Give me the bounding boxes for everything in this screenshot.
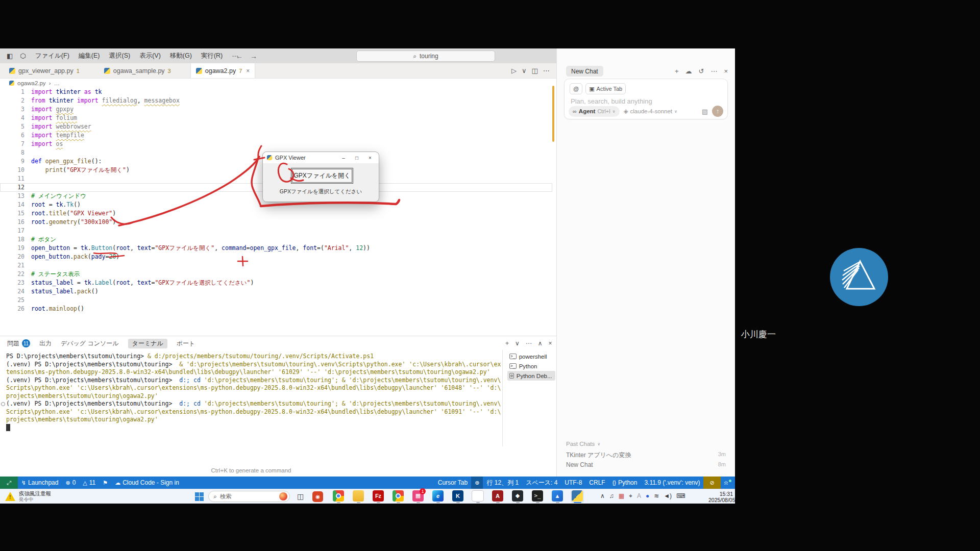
filezilla-icon[interactable]: Fz [372,490,385,503]
menu-item-2[interactable]: 選択(S) [104,48,135,63]
screencast-zoom-chip[interactable]: ⊕ [471,477,483,489]
terminal-entry-Python[interactable]: >_Python [507,361,555,371]
history-icon[interactable]: ↺ [699,67,704,75]
language-item[interactable]: {}Python [609,477,641,489]
model-selector[interactable]: ◈ claude-4-sonnet ∨ [624,108,677,115]
editor-tab-ogawa_sample.py[interactable]: ogawa_sample.py3 [99,63,176,78]
flag-icon[interactable]: ⚑ [99,477,111,489]
maximize-panel-button[interactable]: ∧ [538,340,543,347]
m365-icon[interactable]: ▦1 [411,490,425,503]
menu-item-3[interactable]: 表示(V) [135,48,165,63]
tray-copilot-icon[interactable]: ● [646,492,649,499]
agent-mode-pill[interactable]: ∞ Agent Ctrl+I ∨ [569,106,620,117]
tray-keyboard-icon[interactable]: ⌨ [676,492,685,499]
task-view-icon[interactable]: ◫ [297,492,304,500]
menu-item-1[interactable]: 編集(E) [74,48,105,63]
run-python-file-button[interactable]: ▷ [511,67,517,74]
remote-indicator[interactable]: ⤢ [0,477,18,489]
encoding-item[interactable]: UTF-8 [561,477,585,489]
tab-close-icon[interactable]: × [246,67,250,74]
chat-input-placeholder[interactable]: Plan, search, build anything [571,97,652,105]
breadcrumb-file[interactable]: ogawa2.py [17,80,46,86]
do-not-disturb-chip[interactable]: ⊘ [703,477,720,489]
editor-tab-ogawa2.py[interactable]: ogawa2.py7× [190,63,256,78]
tray-expand-icon[interactable]: ∧ [600,492,605,499]
gpx-maximize-button[interactable]: □ [350,152,363,163]
cloud-icon[interactable]: ☁ [685,67,692,75]
chat-more-actions[interactable]: ⋯ [710,67,717,75]
code-editor[interactable]: 1import tkinter as tk2from tkinter impor… [0,88,552,336]
menu-item-5[interactable]: 実行(R) [197,48,227,63]
keepass-icon[interactable]: K [451,490,464,503]
photos-icon[interactable]: ▲ [551,490,564,503]
search-highlight-image[interactable] [279,492,287,500]
command-center-search[interactable]: ⌕ touring [356,51,495,62]
chat-input-card[interactable]: @ ▣ Active Tab Plan, search, build anyth… [564,79,728,119]
tray-wifi-icon[interactable]: ≋ [654,492,659,499]
interpreter-item[interactable]: 3.11.9 ('.venv': venv) [641,477,703,489]
cursor-tab-item[interactable]: Cursor Tab [434,477,471,489]
acrobat-icon[interactable]: A [491,490,504,503]
browser-icon[interactable] [391,490,405,503]
run-dropdown-icon[interactable]: ∨ [522,67,527,74]
gpx-viewer-window[interactable]: GPX Viewer –□× GPXファイルを開く GPXファイルを選択してくだ… [262,152,379,202]
taskbar-weather-widget[interactable]: ! 疾強風注意報 発令中 [5,490,51,502]
sidebar-toggle-icon[interactable]: ◧ [4,52,15,60]
taskbar-clock[interactable]: 15:31 2025/08/05 [708,491,733,503]
mention-chip[interactable]: @ [570,83,582,94]
attach-image-icon[interactable]: ▧ [702,108,708,115]
panel-more-actions[interactable]: ⋯ [526,340,532,347]
past-chats-header[interactable]: Past Chats ∨ [566,441,600,447]
taskbar-search-box[interactable]: ⌕ 検索 [208,491,290,502]
github-desktop-icon[interactable]: ◆ [511,490,524,503]
menu-item-0[interactable]: ファイル(F) [31,48,74,63]
notepad-icon[interactable]: ✎ [471,490,484,503]
nav-forward-icon[interactable]: → [250,52,257,60]
breadcrumb-more[interactable]: … [54,80,60,86]
split-editor-icon[interactable]: ◫ [532,67,538,74]
past-chat-item[interactable]: TKinter アプリへの変換3m [566,451,726,460]
tray-mic-icon[interactable]: ⌖ [629,492,632,499]
gpx-minimize-button[interactable]: – [337,152,350,163]
tray-media-icon[interactable]: ♫ [609,492,614,499]
notifications-bell-icon[interactable]: ⍾ [721,477,735,489]
send-button[interactable]: ↑ [712,106,723,117]
new-chat-button[interactable]: + [675,67,679,75]
tray-ime-a-icon[interactable]: A [637,492,641,499]
terminal-output[interactable]: PS D:\projects\members\tsutomu\touring> … [6,336,499,477]
errors-item[interactable]: ⊗0 [62,477,79,489]
search-icon: ⌕ [413,53,416,60]
edge-icon[interactable]: e [431,490,445,503]
pinned-red-app-icon[interactable]: ◉ [312,491,323,502]
breadcrumb[interactable]: ogawa2.py › … [9,78,60,88]
file-explorer-icon[interactable] [352,490,365,503]
terminal-entry-powershell[interactable]: >_powershell [507,352,555,361]
cursor-position-item[interactable]: 行 12、列 1 [483,477,522,489]
indentation-item[interactable]: スペース: 4 [522,477,561,489]
launchpad-item[interactable]: ↯Launchpad [18,477,62,489]
eol-item[interactable]: CRLF [585,477,608,489]
python-app-icon[interactable] [571,490,584,503]
terminal-app-icon[interactable]: >_ [531,490,544,503]
terminal-entry-Python Deb...[interactable]: ⚙Python Deb... [507,371,555,381]
editor-tab-gpx_viewer_app.py[interactable]: gpx_viewer_app.py1 [4,63,85,78]
close-chat-button[interactable]: × [724,67,728,75]
chrome-icon[interactable] [332,490,345,503]
editor-more-actions[interactable]: ⋯ [543,67,550,74]
nav-back-icon[interactable]: ← [236,52,243,60]
gpx-open-file-button[interactable]: GPXファイルを開く [292,169,352,183]
terminal-dropdown-icon[interactable]: ∨ [515,340,520,347]
cloud-code-item[interactable]: ☁Cloud Code - Sign in [111,477,183,489]
new-terminal-button[interactable]: + [505,340,509,347]
close-panel-button[interactable]: × [549,340,552,347]
active-tab-context-chip[interactable]: ▣ Active Tab [585,83,626,94]
gpx-close-button[interactable]: × [363,152,377,163]
warnings-item[interactable]: △11 [79,477,99,489]
tray-volume-icon[interactable]: ◄) [664,492,672,499]
chat-tab-new-chat[interactable]: New Chat [566,66,603,77]
menu-item-4[interactable]: 移動(G) [165,48,197,63]
past-chat-item[interactable]: New Chat8m [566,461,726,470]
code-line-1: 1import tkinter as tk [0,88,552,96]
windows-start-button[interactable] [195,492,204,501]
tray-grid-icon[interactable]: ▦ [619,492,624,499]
